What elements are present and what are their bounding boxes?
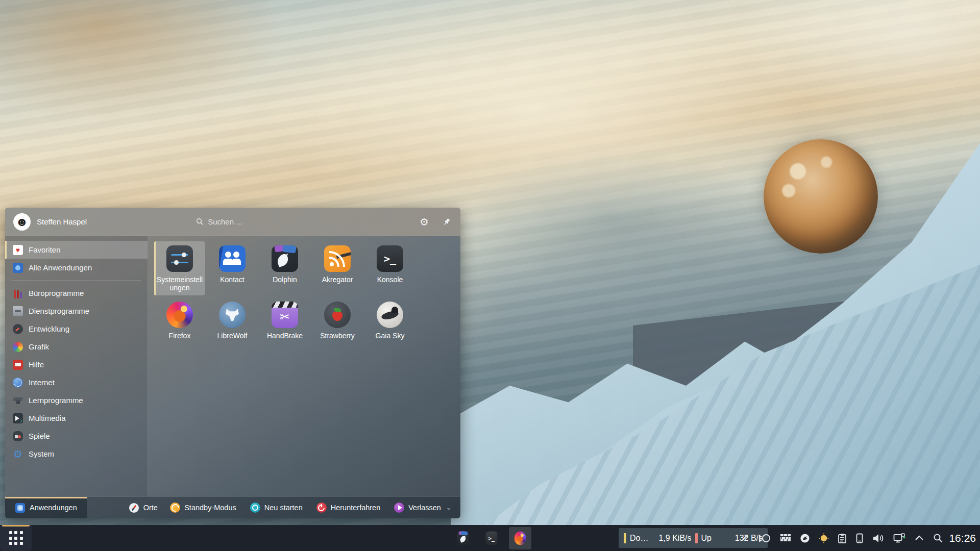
sidebar-item-lernprogramme[interactable]: Lernprogramme [5,391,148,409]
app-label: Firefox [169,332,191,340]
download-bar-icon [624,533,626,543]
app-kontact[interactable]: Kontact [207,241,258,295]
sidebar-item-grafik[interactable]: Grafik [5,338,148,356]
bird-tray-icon[interactable] [800,533,810,543]
session-buttons: Standby-Modus Neu starten Herunterfahren… [170,497,460,518]
digital-clock[interactable]: 16:26 [949,532,976,544]
tab-label: Orte [143,504,158,512]
restart-button[interactable]: Neu starten [250,503,303,513]
kdeconnect-phone-icon[interactable] [855,533,864,543]
dolphin-icon [457,531,469,545]
network-connected-icon[interactable] [893,533,905,543]
app-label: LibreWolf [217,332,248,340]
app-strawberry[interactable]: Strawberry [312,297,363,352]
app-label: Akregator [322,276,353,284]
system-gear-icon: ⚙ [13,449,23,459]
sidebar-item-favoriten[interactable]: ♥ Favoriten [5,241,148,259]
app-label: HandBrake [267,332,303,340]
places-compass-icon [129,503,139,513]
desktop: ☻ Steffen Haspel Suchen ... ⚙ [0,0,980,551]
app-label: Systemeinstellungen [155,276,204,292]
app-label: Strawberry [320,332,355,340]
launcher-footer: Anwendungen Orte Standby-Modus Neu start… [5,496,460,518]
task-konsole[interactable]: >_ [480,527,503,549]
multimedia-icon [13,413,23,423]
office-icon [13,288,23,298]
utilities-icon [13,306,23,316]
session-label: Herunterfahren [331,504,381,512]
graphics-palette-icon [13,342,23,352]
sidebar-separator [11,280,141,281]
education-cap-icon [13,395,23,406]
application-launcher-button[interactable] [0,525,32,551]
suspend-button[interactable]: Standby-Modus [170,503,236,513]
stylus-pen-icon[interactable] [739,533,749,543]
konsole-terminal-icon: >_ [377,245,403,272]
download-label: Do… [630,534,648,543]
firewall-icon[interactable] [780,533,791,543]
pin-icon[interactable] [441,216,452,228]
tab-orte[interactable]: Orte [119,497,168,518]
clipboard-icon[interactable] [838,533,847,543]
configure-gear-icon[interactable]: ⚙ [419,216,430,228]
sidebar-item-entwicklung[interactable]: Entwicklung [5,320,148,338]
app-librewolf[interactable]: LibreWolf [207,297,258,352]
volume-icon[interactable] [872,533,885,543]
sidebar-item-label: Dienstprogramme [29,307,89,315]
search-field[interactable]: Suchen ... [196,217,419,226]
sidebar-item-label: Büroprogramme [29,289,84,297]
sidebar-item-system[interactable]: ⚙ System [5,445,148,463]
systemsettings-icon [166,245,193,272]
konsole-terminal-icon: >_ [486,531,498,545]
tablet-mode-icon[interactable] [758,533,771,543]
sidebar-item-bueroprogramme[interactable]: Büroprogramme [5,284,148,302]
session-label: Verlassen [408,504,441,512]
taskbar-panel: >_ Do… 1,9 KiB/s Up 132 B/s [0,525,980,551]
app-gaia-sky[interactable]: Gaia Sky [364,297,415,352]
tab-anwendungen[interactable]: Anwendungen [5,497,87,518]
favorites-icon: ♥ [13,245,23,255]
games-gamepad-icon [13,431,23,441]
header-actions: ⚙ [419,216,452,228]
sidebar-item-dienstprogramme[interactable]: Dienstprogramme [5,302,148,320]
firefox-icon [514,531,526,545]
app-dolphin[interactable]: Dolphin [259,241,310,295]
app-konsole[interactable]: >_ Konsole [364,241,415,295]
task-dolphin[interactable] [452,527,474,549]
app-label: Konsole [377,276,403,284]
sidebar-item-hilfe[interactable]: Hilfe [5,356,148,373]
sidebar-item-label: Alle Anwendungen [29,263,92,272]
expand-tray-chevron-up-icon[interactable] [914,535,924,542]
sidebar-item-spiele[interactable]: Spiele [5,427,148,445]
app-akregator[interactable]: Akregator [312,241,363,295]
gaia-sky-icon [377,302,403,328]
shutdown-button[interactable]: Herunterfahren [316,503,381,513]
sidebar-item-alle-anwendungen[interactable]: Alle Anwendungen [5,259,148,277]
applications-tab-icon [15,503,25,513]
app-firefox[interactable]: Firefox [154,297,205,352]
help-icon [13,360,23,370]
search-magnifier-icon[interactable] [933,533,943,543]
upload-bar-icon [695,533,698,543]
user-avatar[interactable]: ☻ [13,213,31,231]
app-handbrake[interactable]: ✂ HandBrake [259,297,310,352]
sidebar-item-multimedia[interactable]: Multimedia [5,409,148,427]
system-tray [739,525,943,551]
session-label: Standby-Modus [184,504,236,512]
sidebar-item-label: Hilfe [29,360,44,369]
sidebar-item-label: Spiele [29,432,50,440]
sidebar-item-label: Lernprogramme [29,396,83,405]
leave-button[interactable]: Verlassen ⌄ [394,503,451,513]
application-launcher-menu: ☻ Steffen Haspel Suchen ... ⚙ [5,208,460,518]
leave-icon [394,503,404,513]
app-label: Dolphin [273,276,297,284]
librewolf-icon [219,302,246,328]
app-grid-icon [9,531,23,545]
all-applications-icon [13,263,23,273]
sidebar-item-label: Grafik [29,342,49,351]
app-systemeinstellungen[interactable]: Systemeinstellungen [154,241,205,295]
akregator-rss-icon [324,245,351,272]
task-firefox[interactable] [509,527,531,549]
night-color-icon[interactable] [819,533,829,543]
sidebar-item-internet[interactable]: Internet [5,373,148,391]
